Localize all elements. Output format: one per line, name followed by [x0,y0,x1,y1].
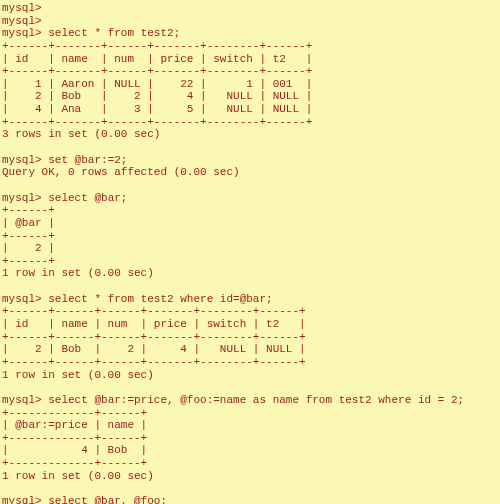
command-line: mysql> set @bar:=2; [2,154,127,166]
table-header: | id | name | num | price | switch | t2 … [2,318,306,330]
table-row: | 2 | [2,242,55,254]
command-line: mysql> select @bar; [2,192,127,204]
table-row: | 4 | Ana | 3 | 5 | NULL | NULL | [2,103,312,115]
table-header: | @bar:=price | name | [2,419,147,431]
table-border: +------+------+------+-------+--------+-… [2,331,306,343]
blank-line [2,381,9,393]
blank-line [2,179,9,191]
table-row: | 1 | Aaron | NULL | 22 | 1 | 001 | [2,78,312,90]
status-line: 1 row in set (0.00 sec) [2,267,154,279]
prompt-line: mysql> [2,15,42,27]
table-border: +------+------+------+-------+--------+-… [2,305,306,317]
table-border: +------+ [2,230,55,242]
table-border: +------+-------+------+-------+--------+… [2,116,312,128]
table-row: | 2 | Bob | 2 | 4 | NULL | NULL | [2,343,306,355]
blank-line [2,280,9,292]
status-line: 1 row in set (0.00 sec) [2,369,154,381]
command-line: mysql> select @bar, @foo; [2,495,167,504]
blank-line [2,141,9,153]
status-line: 3 rows in set (0.00 sec) [2,128,160,140]
status-line: Query OK, 0 rows affected (0.00 sec) [2,166,240,178]
table-row: | 2 | Bob | 2 | 4 | NULL | NULL | [2,90,312,102]
prompt-line: mysql> [2,2,42,14]
status-line: 1 row in set (0.00 sec) [2,470,154,482]
table-border: +------+ [2,204,55,216]
table-header: | @bar | [2,217,55,229]
table-border: +-------------+------+ [2,457,147,469]
table-border: +-------------+------+ [2,407,147,419]
table-border: +------+------+------+-------+--------+-… [2,356,306,368]
blank-line [2,482,9,494]
table-row: | 4 | Bob | [2,444,147,456]
table-border: +-------------+------+ [2,432,147,444]
table-border: +------+ [2,255,55,267]
command-line: mysql> select @bar:=price, @foo:=name as… [2,394,464,406]
command-line: mysql> select * from test2; [2,27,180,39]
table-border: +------+-------+------+-------+--------+… [2,65,312,77]
table-header: | id | name | num | price | switch | t2 … [2,53,312,65]
command-line: mysql> select * from test2 where id=@bar… [2,293,273,305]
table-border: +------+-------+------+-------+--------+… [2,40,312,52]
